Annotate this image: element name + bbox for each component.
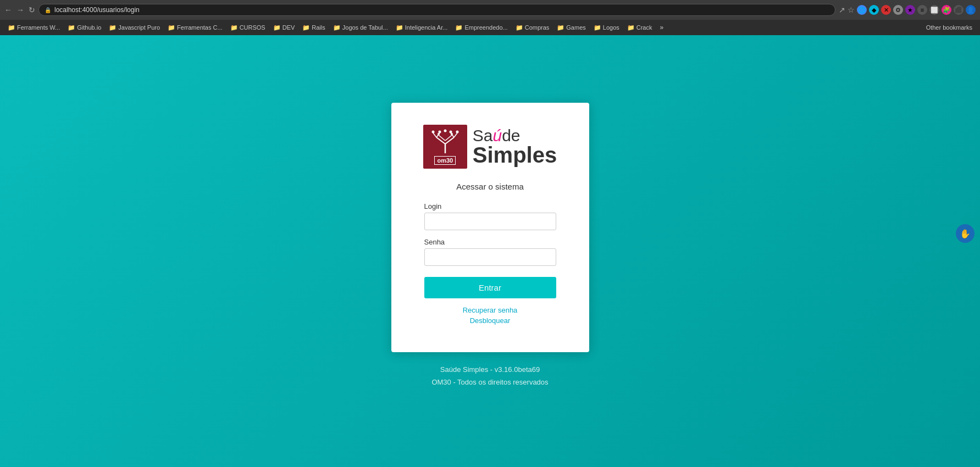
browser-toolbar-icons: ↗ ☆ 🌐 ◆ ✕ ⚙ ★ ≡ ⬜ 🧩 ⬛ 👤 (839, 5, 976, 15)
folder-icon: 📁 (68, 24, 75, 31)
bookmark-logos[interactable]: 📁 Logos (590, 23, 623, 32)
folder-icon: 📁 (168, 24, 175, 31)
bookmark-label: Rails (312, 24, 325, 31)
folder-icon: 📁 (516, 24, 523, 31)
browser-icon-5: ★ (905, 5, 915, 15)
lock-icon: 🔒 (45, 7, 51, 13)
folder-icon: 📁 (273, 24, 281, 31)
bookmark-label: DEV (283, 24, 295, 31)
refresh-icon[interactable]: ↻ (29, 5, 35, 14)
bookmark-label: Github.io (77, 24, 101, 31)
footer: Saúde Simples - v3.16.0beta69 OM30 - Tod… (420, 352, 559, 400)
recuperar-senha-link[interactable]: Recuperar senha (463, 306, 518, 314)
svg-line-1 (436, 137, 445, 144)
svg-line-8 (454, 133, 457, 137)
nav-icons: ← → ↻ (4, 5, 35, 14)
browser-icon-2: ◆ (869, 5, 879, 15)
bookmarks-bar: 📁 Ferraments W... 📁 Github.io 📁 Javascri… (0, 20, 980, 35)
svg-point-11 (449, 130, 452, 133)
bookmark-jogos[interactable]: 📁 Jogos de Tabul... (330, 23, 391, 32)
svg-point-12 (456, 130, 458, 133)
logo-text: Saúde Simples (473, 127, 557, 166)
browser-icon-7: ⬜ (929, 5, 939, 15)
folder-icon: 📁 (302, 24, 310, 31)
link-group: Recuperar senha Desbloquear (463, 306, 518, 325)
bookmark-rails[interactable]: 📁 Rails (299, 23, 328, 32)
svg-point-9 (431, 130, 434, 133)
desbloquear-link[interactable]: Desbloquear (470, 316, 511, 325)
bookmark-crack[interactable]: 📁 Crack (624, 23, 656, 32)
login-label: Login (424, 202, 556, 210)
bookmark-label: CURSOS (240, 24, 265, 31)
more-bookmarks[interactable]: » (657, 23, 667, 32)
svg-point-13 (438, 133, 440, 135)
bookmark-javascript[interactable]: 📁 Javascript Puro (106, 23, 163, 32)
share-icon[interactable]: ↗ (839, 5, 845, 14)
folder-icon: 📁 (557, 24, 564, 31)
bookmark-empreendedo[interactable]: 📁 Empreendedo... (452, 23, 511, 32)
om30-label: om30 (434, 156, 456, 165)
folder-icon: 📁 (396, 24, 403, 31)
folder-icon: 📁 (594, 24, 601, 31)
senha-group: Senha (424, 238, 556, 266)
bookmark-compras[interactable]: 📁 Compras (512, 23, 553, 32)
browser-icon-1: 🌐 (857, 5, 867, 15)
login-group: Login (424, 202, 556, 230)
bookmark-label: Ferraments W... (17, 24, 60, 31)
bookmark-ferraments[interactable]: 📁 Ferraments W... (4, 23, 63, 32)
svg-point-15 (444, 129, 446, 132)
simples-text: Simples (473, 144, 557, 166)
svg-line-5 (433, 133, 436, 137)
saude-text: Saúde (473, 127, 557, 144)
folder-icon: 📁 (109, 24, 117, 31)
browser-icon-4: ⚙ (893, 5, 903, 15)
senha-label: Senha (424, 238, 556, 246)
bookmark-inteligencia[interactable]: 📁 Inteligencia Ar... (392, 23, 451, 32)
system-title: Acessar o sistema (456, 182, 524, 191)
folder-icon: 📁 (455, 24, 463, 31)
bookmark-label: Empreendedo... (464, 24, 507, 31)
folder-icon: 📁 (627, 24, 635, 31)
svg-point-14 (451, 133, 453, 135)
bookmark-ferramentas[interactable]: 📁 Ferramentas C... (164, 23, 226, 32)
rights-text: OM30 - Todos os direitos reservados (431, 376, 548, 388)
address-bar-row: ← → ↻ 🔒 localhost:4000/usuarios/login ↗ … (0, 0, 980, 20)
bookmark-label: Javascript Puro (118, 24, 160, 31)
svg-line-2 (445, 137, 454, 144)
back-icon[interactable]: ← (4, 5, 12, 14)
senha-input[interactable] (424, 248, 556, 266)
tree-icon (431, 129, 459, 155)
bookmark-dev[interactable]: 📁 DEV (270, 23, 298, 32)
bookmark-label: Compras (525, 24, 550, 31)
login-card: om30 Saúde Simples Acessar o sistema Log… (391, 103, 589, 352)
login-input[interactable] (424, 213, 556, 230)
address-bar[interactable]: 🔒 localhost:4000/usuarios/login (38, 4, 835, 16)
browser-icon-6: ≡ (917, 5, 927, 15)
bookmark-cursos[interactable]: 📁 CURSOS (227, 23, 269, 32)
bookmark-label: Crack (636, 24, 652, 31)
bookmark-games[interactable]: 📁 Games (553, 23, 589, 32)
version-text: Saúde Simples - v3.16.0beta69 (431, 363, 548, 376)
folder-icon: 📁 (333, 24, 341, 31)
accessibility-icon[interactable]: ✋ (956, 224, 975, 243)
bookmark-label: Ferramentas C... (177, 24, 223, 31)
bookmark-label: Logos (603, 24, 619, 31)
folder-icon: 📁 (230, 24, 238, 31)
logo-area: om30 Saúde Simples (423, 125, 557, 169)
browser-icon-8: 🧩 (942, 5, 951, 15)
browser-icon-3: ✕ (881, 5, 891, 15)
forward-icon[interactable]: → (16, 5, 24, 14)
url-text: localhost:4000/usuarios/login (54, 6, 140, 14)
svg-point-10 (438, 130, 441, 133)
star-icon[interactable]: ☆ (848, 5, 855, 14)
bookmark-github[interactable]: 📁 Github.io (64, 23, 104, 32)
other-bookmarks[interactable]: Other bookmarks (923, 23, 976, 32)
bookmark-label: Games (566, 24, 585, 31)
entrar-button[interactable]: Entrar (424, 277, 556, 298)
main-content: om30 Saúde Simples Acessar o sistema Log… (0, 35, 980, 467)
logo-box: om30 (423, 125, 467, 169)
browser-icon-9: ⬛ (954, 5, 964, 15)
folder-icon: 📁 (8, 24, 15, 31)
bookmark-label: Jogos de Tabul... (342, 24, 388, 31)
browser-chrome: ← → ↻ 🔒 localhost:4000/usuarios/login ↗ … (0, 0, 980, 35)
